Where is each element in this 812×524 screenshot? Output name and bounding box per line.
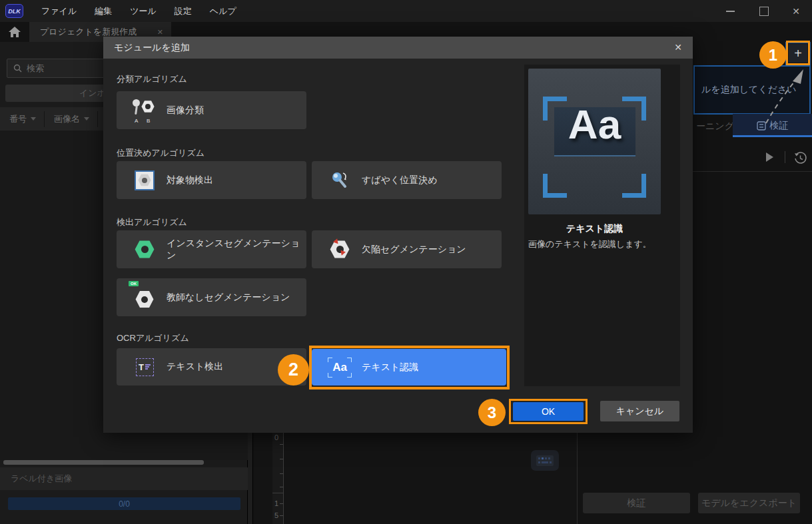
card-label: 対象物検出 bbox=[167, 174, 213, 186]
section-divider bbox=[693, 171, 812, 172]
menu-tools[interactable]: ツール bbox=[130, 5, 157, 17]
section-detection: 検出アルゴリズム bbox=[117, 216, 187, 228]
maximize-button[interactable] bbox=[757, 0, 771, 22]
section-classification: 分類アルゴリズム bbox=[117, 73, 187, 85]
tab-training-partial[interactable]: ーニング bbox=[696, 121, 734, 132]
card-text-detection[interactable]: T テキスト検出 bbox=[117, 348, 306, 386]
bracket-corner bbox=[622, 97, 646, 121]
card-label: テキスト検出 bbox=[167, 361, 223, 373]
section-positioning: 位置決めアルゴリズム bbox=[117, 147, 204, 159]
add-module-button[interactable]: + bbox=[789, 44, 807, 63]
instance-segmentation-icon bbox=[131, 236, 158, 263]
object-detection-icon bbox=[131, 167, 158, 194]
dialog-close-icon[interactable]: ✕ bbox=[674, 42, 682, 53]
menu-edit[interactable]: 編集 bbox=[95, 5, 112, 17]
preview-title: テキスト認識 bbox=[524, 223, 665, 235]
text-detection-icon: T bbox=[131, 354, 158, 380]
card-unsupervised-segmentation[interactable]: OK 教師なしセグメンテーション bbox=[117, 278, 306, 316]
home-button[interactable] bbox=[0, 22, 29, 42]
preview-description: 画像のテキストを認識します。 bbox=[528, 238, 651, 250]
text-detection-letter: T bbox=[139, 362, 144, 372]
export-model-button[interactable]: モデルをエクスポート bbox=[698, 493, 800, 513]
text-recognition-letters: Aa bbox=[332, 361, 347, 374]
text-recognition-icon: Aa bbox=[326, 354, 353, 381]
app-logo: DLK bbox=[5, 4, 23, 18]
add-module-dialog: モジュールを追加 ✕ 分類アルゴリズム A B 画像分類 位置決めアルゴリズム … bbox=[103, 37, 693, 433]
labeled-images-label: ラベル付き画像 bbox=[11, 473, 72, 485]
icon-letter-a: A bbox=[135, 118, 138, 124]
card-label: テキスト認識 bbox=[362, 362, 418, 374]
bracket-corner bbox=[622, 174, 646, 198]
minimize-button[interactable] bbox=[723, 0, 737, 22]
card-object-detection[interactable]: 対象物検出 bbox=[117, 161, 306, 199]
vertical-ruler: 0 1 5 bbox=[272, 433, 284, 524]
card-label: すばやく位置決め bbox=[362, 174, 438, 186]
history-button[interactable] bbox=[793, 151, 807, 165]
card-text-recognition[interactable]: Aa テキスト認識 bbox=[312, 349, 506, 386]
active-tab-indicator bbox=[733, 135, 812, 137]
ok-button[interactable]: OK bbox=[513, 402, 584, 421]
card-instance-segmentation[interactable]: インスタンスセグメンテーション bbox=[117, 230, 306, 268]
defect-segmentation-icon bbox=[326, 236, 353, 263]
ruler-mark: 0 bbox=[274, 433, 278, 441]
search-icon bbox=[13, 64, 22, 73]
keyboard-icon bbox=[536, 455, 554, 466]
menu-help[interactable]: ヘルプ bbox=[210, 5, 236, 17]
column-number[interactable]: 番号 bbox=[9, 113, 27, 125]
icon-letter-b: B bbox=[147, 118, 150, 124]
ruler-mark: 5 bbox=[274, 511, 278, 519]
labeled-images-row: ラベル付き画像 bbox=[0, 467, 248, 490]
toolbar-divider bbox=[785, 151, 785, 163]
close-button[interactable]: ✕ bbox=[789, 0, 803, 22]
tab-close-icon[interactable]: ✕ bbox=[157, 28, 163, 37]
card-label: 画像分類 bbox=[167, 105, 204, 117]
virtual-keyboard-button[interactable] bbox=[531, 450, 559, 471]
fast-positioning-icon bbox=[326, 167, 353, 194]
menu-file[interactable]: ファイル bbox=[41, 5, 77, 17]
app-window: DLK ファイル 編集 ツール 設定 ヘルプ ✕ プロジェクトを新規作成 ✕ 検… bbox=[0, 0, 812, 524]
card-label: インスタンスセグメンテーション bbox=[167, 238, 306, 262]
section-ocr: OCRアルゴリズム bbox=[117, 332, 189, 344]
card-label: 欠陥セグメンテーション bbox=[362, 244, 466, 256]
unsupervised-segmentation-icon: OK bbox=[131, 284, 158, 311]
image-classification-icon: A B bbox=[131, 97, 158, 124]
run-icon[interactable] bbox=[766, 152, 773, 162]
sort-caret-icon[interactable] bbox=[84, 117, 89, 121]
dialog-title: モジュールを追加 bbox=[114, 42, 190, 54]
history-icon bbox=[793, 151, 807, 165]
bracket-corner bbox=[543, 174, 567, 198]
column-image-name[interactable]: 画像名 bbox=[54, 113, 80, 125]
bracket-corner bbox=[543, 97, 567, 121]
card-fast-positioning[interactable]: すばやく位置決め bbox=[312, 161, 502, 199]
ok-flag: OK bbox=[129, 281, 139, 286]
menu-settings[interactable]: 設定 bbox=[175, 5, 192, 17]
labeled-progress-bar: 0/0 bbox=[8, 497, 240, 510]
dialog-title-bar: モジュールを追加 ✕ bbox=[103, 37, 693, 59]
annotation-arrow bbox=[759, 67, 812, 130]
module-preview-panel: Aa テキスト認識 画像のテキストを認識します。 bbox=[524, 65, 680, 386]
horizontal-scrollbar[interactable] bbox=[3, 460, 204, 465]
cancel-button[interactable]: キャンセル bbox=[600, 401, 679, 421]
menu-bar: DLK ファイル 編集 ツール 設定 ヘルプ bbox=[0, 0, 812, 22]
sort-caret-icon[interactable] bbox=[31, 117, 36, 121]
progress-count: 0/0 bbox=[119, 499, 130, 509]
module-preview-image: Aa bbox=[528, 69, 661, 214]
ruler-mark: 1 bbox=[274, 499, 278, 507]
search-placeholder: 検索 bbox=[27, 63, 44, 75]
card-image-classification[interactable]: A B 画像分類 bbox=[117, 91, 306, 129]
card-defect-segmentation[interactable]: 欠陥セグメンテーション bbox=[312, 230, 502, 268]
validate-button[interactable]: 検証 bbox=[583, 493, 690, 513]
home-icon bbox=[9, 27, 21, 37]
card-label: 教師なしセグメンテーション bbox=[167, 292, 290, 304]
